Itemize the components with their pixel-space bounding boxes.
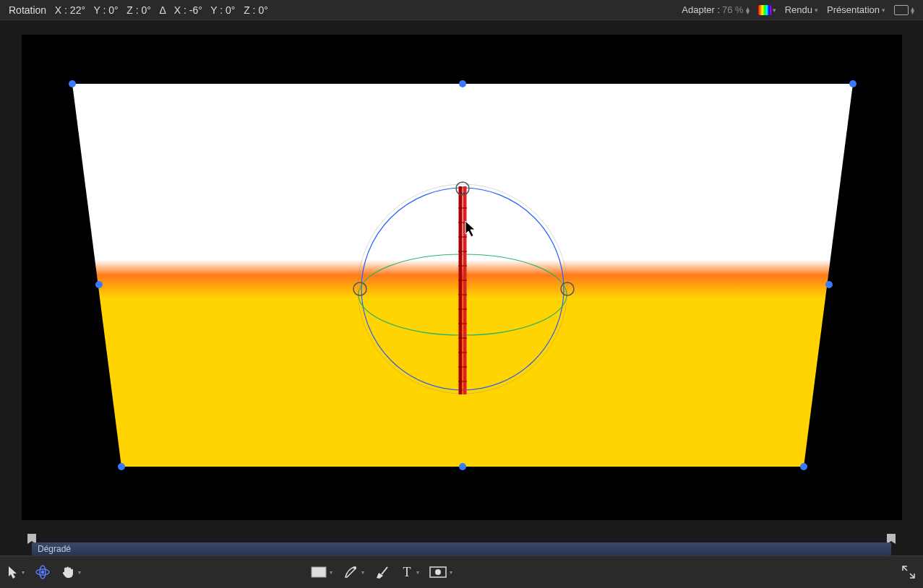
hand-tool-icon <box>61 565 75 579</box>
svg-point-1 <box>459 80 466 87</box>
rectangle-tool-icon <box>311 566 327 578</box>
shape-tool[interactable]: ▾ <box>311 566 332 578</box>
top-toolbar: Rotation X : 22° Y : 0° Z : 0° Δ X : -6°… <box>0 0 923 20</box>
view-label: Présentation <box>827 4 880 15</box>
svg-point-39 <box>435 569 441 575</box>
chevron-down-icon: ▾ <box>361 569 364 576</box>
chevron-down-icon: ▾ <box>330 569 332 576</box>
svg-point-35 <box>353 566 356 569</box>
svg-point-6 <box>459 463 466 470</box>
svg-text:T: T <box>403 566 411 579</box>
svg-line-36 <box>382 567 387 574</box>
rot-z-prefix: Z : <box>126 4 138 16</box>
stepper-icon: ▴▾ <box>911 7 914 14</box>
clip-label: Dégradé <box>38 544 71 554</box>
rot-z-value[interactable]: 0° <box>142 4 151 16</box>
chevron-down-icon: ▾ <box>78 569 81 576</box>
mini-timeline[interactable]: Dégradé <box>0 534 923 555</box>
mask-tool[interactable]: ▾ <box>429 566 452 578</box>
transform-readout: Rotation X : 22° Y : 0° Z : 0° Δ X : -6°… <box>9 4 268 16</box>
chevron-down-icon: ▾ <box>815 7 818 14</box>
svg-point-2 <box>849 80 857 87</box>
delta-symbol: Δ <box>160 4 166 16</box>
svg-point-0 <box>69 80 76 87</box>
pen-tool-icon <box>343 564 359 580</box>
canvas-svg <box>22 35 902 520</box>
arrow-tool-icon <box>7 566 19 579</box>
render-menu[interactable]: Rendu ▾ <box>785 4 818 15</box>
svg-marker-30 <box>9 566 17 579</box>
safezone-menu[interactable]: ▴▾ <box>894 5 914 15</box>
svg-rect-34 <box>312 567 326 577</box>
chevron-down-icon: ▾ <box>773 7 776 14</box>
rot-x-prefix: X : <box>55 4 67 16</box>
delta-x-prefix: X : <box>174 4 186 16</box>
fullscreen-tool[interactable] <box>901 565 916 579</box>
svg-point-4 <box>825 281 833 288</box>
brush-tool-icon <box>374 564 390 580</box>
canvas-viewport[interactable] <box>0 20 923 534</box>
readout-label: Rotation <box>9 4 46 16</box>
chevron-down-icon: ▾ <box>882 7 885 14</box>
select-tool[interactable]: ▾ <box>7 566 25 579</box>
svg-point-33 <box>41 571 44 574</box>
rot-y-value[interactable]: 0° <box>108 4 118 16</box>
svg-point-5 <box>118 463 125 470</box>
svg-point-3 <box>95 281 103 288</box>
render-label: Rendu <box>785 4 812 15</box>
delta-y-prefix: Y : <box>210 4 223 16</box>
text-tool[interactable]: T ▾ <box>400 566 419 579</box>
canvas-background <box>22 35 902 520</box>
rotate-3d-icon <box>35 564 51 580</box>
delta-z-value[interactable]: 0° <box>258 4 267 16</box>
color-channels-icon <box>758 5 771 15</box>
delta-x-value[interactable]: -6° <box>189 4 202 16</box>
pen-tool[interactable]: ▾ <box>343 564 364 580</box>
rot-x-value[interactable]: 22° <box>70 4 85 16</box>
bottom-toolbar: ▾ ▾ ▾ ▾ <box>0 555 923 588</box>
stepper-icon: ▴▾ <box>746 7 750 14</box>
3d-transform-tool[interactable] <box>35 564 51 580</box>
mask-tool-icon <box>429 566 447 578</box>
fit-value: 76 % <box>722 4 744 15</box>
chevron-down-icon: ▾ <box>450 569 452 576</box>
timeline-clip[interactable]: Dégradé <box>32 542 891 555</box>
pan-tool[interactable]: ▾ <box>61 565 81 579</box>
fit-menu[interactable]: Adapter : 76 % ▴▾ <box>682 4 749 15</box>
chevron-down-icon: ▾ <box>22 569 25 576</box>
rot-y-prefix: Y : <box>93 4 106 16</box>
fit-label: Adapter : <box>682 4 720 15</box>
chevron-down-icon: ▾ <box>416 569 419 576</box>
text-tool-icon: T <box>400 566 413 579</box>
expand-icon <box>901 565 916 579</box>
delta-y-value[interactable]: 0° <box>226 4 235 16</box>
delta-z-prefix: Z : <box>244 4 255 16</box>
view-menu[interactable]: Présentation ▾ <box>827 4 885 15</box>
gradient-layer[interactable] <box>72 84 853 467</box>
paint-tool[interactable] <box>374 564 390 580</box>
color-channel-menu[interactable]: ▾ <box>758 5 776 15</box>
safezone-icon <box>894 5 909 15</box>
svg-point-7 <box>800 463 807 470</box>
